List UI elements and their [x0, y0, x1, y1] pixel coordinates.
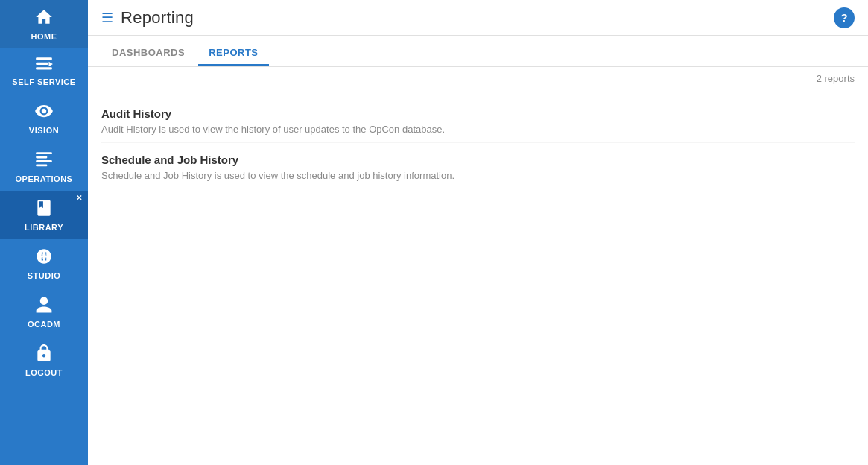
- list-item: Schedule and Job History Schedule and Jo…: [101, 143, 855, 189]
- report-title-schedule-job-history[interactable]: Schedule and Job History: [101, 154, 855, 166]
- svg-rect-4: [36, 152, 52, 154]
- svg-rect-1: [36, 63, 48, 65]
- tab-reports[interactable]: REPORTS: [198, 39, 268, 66]
- library-close-icon[interactable]: ✕: [76, 194, 83, 202]
- reports-count: 2 reports: [101, 67, 855, 89]
- lock-icon: [34, 344, 54, 366]
- help-icon[interactable]: ?: [834, 7, 855, 28]
- person-icon: [34, 295, 54, 317]
- sidebar-label-vision: VISION: [29, 126, 59, 135]
- sidebar: HOME SELF SERVICE VISION OPERA: [0, 0, 88, 465]
- tabs-bar: DASHBOARDS REPORTS: [88, 36, 868, 67]
- operations-icon: [34, 150, 54, 172]
- sidebar-item-operations[interactable]: OPERATIONS: [0, 142, 88, 191]
- report-title-audit-history[interactable]: Audit History: [101, 107, 855, 120]
- list-item: Audit History Audit History is used to v…: [101, 97, 855, 143]
- hamburger-icon[interactable]: ☰: [101, 10, 113, 26]
- main-content: ☰ Reporting ? DASHBOARDS REPORTS 2 repor…: [88, 0, 868, 465]
- svg-rect-2: [36, 67, 52, 69]
- svg-point-10: [42, 252, 45, 256]
- self-service-icon: [34, 56, 54, 75]
- svg-marker-3: [49, 62, 53, 67]
- sidebar-label-self-service: SELF SERVICE: [12, 78, 75, 86]
- sidebar-item-home[interactable]: HOME: [0, 0, 88, 48]
- sidebar-item-studio[interactable]: STUDIO: [0, 239, 88, 288]
- report-desc-audit-history: Audit History is used to view the histor…: [101, 124, 855, 135]
- svg-rect-7: [36, 165, 47, 167]
- library-icon: [34, 198, 54, 221]
- content-area: 2 reports Audit History Audit History is…: [88, 67, 868, 465]
- tab-dashboards[interactable]: DASHBOARDS: [101, 39, 195, 66]
- sidebar-item-logout[interactable]: LOGOUT: [0, 336, 88, 385]
- svg-rect-0: [36, 57, 52, 60]
- sidebar-label-home: HOME: [31, 32, 57, 41]
- sidebar-label-logout: LOGOUT: [25, 368, 63, 377]
- studio-icon: [34, 247, 54, 269]
- home-icon: [34, 7, 54, 30]
- header-left: ☰ Reporting: [101, 8, 194, 28]
- svg-rect-6: [36, 160, 52, 162]
- sidebar-item-self-service[interactable]: SELF SERVICE: [0, 48, 88, 94]
- page-title: Reporting: [121, 8, 194, 28]
- header: ☰ Reporting ?: [88, 0, 868, 36]
- sidebar-label-studio: STUDIO: [28, 271, 61, 280]
- sidebar-label-library: LIBRARY: [25, 223, 63, 232]
- svg-point-9: [39, 252, 42, 255]
- sidebar-label-ocadm: OCADM: [28, 320, 60, 329]
- sidebar-item-ocadm[interactable]: OCADM: [0, 288, 88, 336]
- vision-icon: [34, 101, 54, 124]
- report-desc-schedule-job-history: Schedule and Job History is used to view…: [101, 170, 855, 181]
- sidebar-label-operations: OPERATIONS: [16, 174, 73, 183]
- sidebar-item-library[interactable]: ✕ LIBRARY: [0, 191, 88, 239]
- sidebar-item-vision[interactable]: VISION: [0, 94, 88, 142]
- svg-rect-5: [36, 156, 47, 159]
